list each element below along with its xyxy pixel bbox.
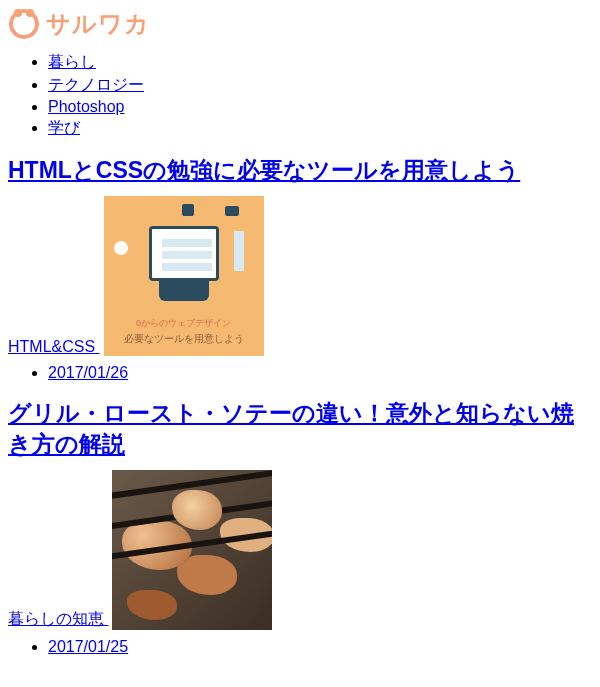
- nav-link-technology[interactable]: テクノロジー: [48, 76, 144, 93]
- site-logo[interactable]: サルワカ: [8, 8, 592, 40]
- article-title: グリル・ロースト・ソテーの違い！意外と知らない焼き方の解説: [8, 398, 592, 460]
- article-body: 暮らしの知恵: [8, 470, 592, 630]
- article-date-link[interactable]: 2017/01/25: [48, 638, 128, 655]
- logo-icon: [8, 8, 40, 40]
- article-category-link[interactable]: HTML&CSS: [8, 338, 100, 355]
- nav-link-manabi[interactable]: 学び: [48, 119, 80, 136]
- article-thumbnail[interactable]: 0からのウェブデザイン 必要なツールを用意しよう: [104, 196, 264, 356]
- article-meta: 2017/01/25: [8, 638, 592, 656]
- meta-item: 2017/01/26: [48, 364, 592, 382]
- nav-item: テクノロジー: [48, 75, 592, 96]
- thumb-caption-small: 0からのウェブデザイン: [104, 317, 264, 330]
- article-title-link[interactable]: グリル・ロースト・ソテーの違い！意外と知らない焼き方の解説: [8, 400, 574, 457]
- thumb-caption-large: 必要なツールを用意しよう: [104, 332, 264, 346]
- article-title-link[interactable]: HTMLとCSSの勉強に必要なツールを用意しよう: [8, 157, 520, 183]
- nav-item: 暮らし: [48, 52, 592, 73]
- nav-item: 学び: [48, 118, 592, 139]
- article-thumbnail[interactable]: [112, 470, 272, 630]
- svg-point-1: [14, 9, 22, 17]
- article-date-link[interactable]: 2017/01/26: [48, 364, 128, 381]
- nav-link-photoshop[interactable]: Photoshop: [48, 98, 125, 115]
- logo-text: サルワカ: [46, 8, 150, 40]
- nav-link-kurashi[interactable]: 暮らし: [48, 53, 96, 70]
- article-title: HTMLとCSSの勉強に必要なツールを用意しよう: [8, 155, 592, 186]
- svg-point-2: [26, 9, 34, 17]
- article-category-link[interactable]: 暮らしの知恵: [8, 610, 108, 627]
- article-meta: 2017/01/26: [8, 364, 592, 382]
- main-nav: 暮らし テクノロジー Photoshop 学び: [8, 52, 592, 139]
- article-body: HTML&CSS 0からのウェブデザイン 必要なツールを用意しよう: [8, 196, 592, 356]
- svg-point-3: [16, 20, 32, 32]
- article-category-label: 暮らしの知恵: [8, 610, 104, 627]
- article-category-label: HTML&CSS: [8, 338, 95, 355]
- nav-item: Photoshop: [48, 98, 592, 116]
- meta-item: 2017/01/25: [48, 638, 592, 656]
